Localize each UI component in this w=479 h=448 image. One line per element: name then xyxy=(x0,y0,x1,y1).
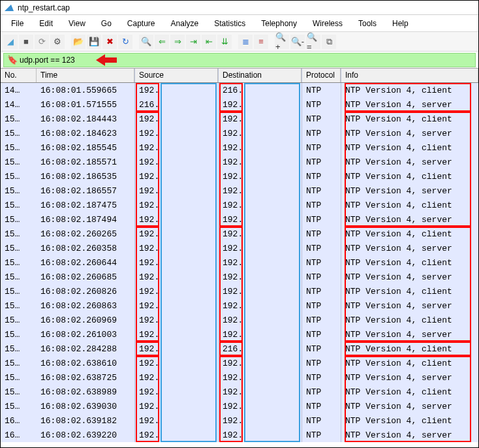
restart-icon[interactable]: ⟳ xyxy=(35,35,49,49)
first-icon[interactable]: ⇤ xyxy=(202,35,216,49)
cell-destination: 192. xyxy=(218,155,301,169)
find-icon[interactable]: 🔍 xyxy=(139,35,153,49)
cell-info: NTP Version 4, client xyxy=(341,284,478,298)
menu-telephony[interactable]: Telephony xyxy=(253,16,305,31)
table-row[interactable]: 16…16:08:02.639182192.192.NTPNTP Version… xyxy=(1,413,478,428)
back-icon[interactable]: ⇐ xyxy=(155,35,169,49)
zoom-out-icon[interactable]: 🔍- xyxy=(290,35,305,49)
cell-protocol: NTP xyxy=(301,227,341,241)
table-row[interactable]: 15…16:08:02.260265192.192.NTPNTP Version… xyxy=(1,227,478,241)
last-icon[interactable]: ⇊ xyxy=(217,35,232,49)
menu-statistics[interactable]: Statistics xyxy=(206,16,253,31)
col-hdr-source[interactable]: Source xyxy=(134,69,218,82)
table-row[interactable]: 15…16:08:02.186557192.192.NTPNTP Version… xyxy=(1,184,478,198)
cell-info: NTP Version 4, server xyxy=(341,298,478,313)
cell-no: 15… xyxy=(1,255,37,270)
cell-no: 15… xyxy=(1,212,37,227)
options-icon[interactable]: ⚙ xyxy=(50,35,65,49)
cell-time: 16:08:01.559665 xyxy=(37,83,134,97)
zoom-reset-icon[interactable]: 🔍= xyxy=(306,35,320,49)
table-row[interactable]: 15…16:08:02.186535192.192.NTPNTP Version… xyxy=(1,169,478,184)
cell-destination: 192. xyxy=(218,399,301,413)
cell-time: 16:08:02.638725 xyxy=(37,370,134,385)
cell-time: 16:08:02.186535 xyxy=(37,169,134,184)
cell-info: NTP Version 4, server xyxy=(341,370,478,385)
table-row[interactable]: 16…16:08:02.639220192.192.NTPNTP Version… xyxy=(1,428,478,442)
menu-help[interactable]: Help xyxy=(384,16,416,31)
resize-cols-icon[interactable]: ⧉ xyxy=(322,35,336,49)
menu-file[interactable]: File xyxy=(3,16,31,31)
cell-source: 192. xyxy=(134,356,218,370)
fwd-icon[interactable]: ⇒ xyxy=(170,35,185,49)
menu-edit[interactable]: Edit xyxy=(31,16,61,31)
menu-wireless[interactable]: Wireless xyxy=(305,16,350,31)
cell-source: 192. xyxy=(134,370,218,385)
goto-icon[interactable]: ⇥ xyxy=(186,35,200,49)
cell-source: 216. xyxy=(134,97,218,112)
table-row[interactable]: 15…16:08:02.639030192.192.NTPNTP Version… xyxy=(1,399,478,413)
auto-scroll-icon[interactable]: ≣ xyxy=(238,35,253,49)
table-row[interactable]: 15…16:08:02.638725192.192.NTPNTP Version… xyxy=(1,370,478,385)
menu-capture[interactable]: Capture xyxy=(119,16,163,31)
table-row[interactable]: 15…16:08:02.638989192.192.NTPNTP Version… xyxy=(1,385,478,399)
col-hdr-info[interactable]: Info xyxy=(341,69,478,82)
cell-protocol: NTP xyxy=(301,212,341,227)
cell-protocol: NTP xyxy=(301,399,341,413)
display-filter-input[interactable] xyxy=(3,53,476,67)
table-row[interactable]: 14…16:08:01.559665192.216.NTPNTP Version… xyxy=(1,83,478,97)
table-row[interactable]: 15…16:08:02.260863192.192.NTPNTP Version… xyxy=(1,298,478,313)
table-row[interactable]: 15…16:08:02.260969192.192.NTPNTP Version… xyxy=(1,313,478,327)
cell-no: 15… xyxy=(1,298,37,313)
stop-icon[interactable]: ■ xyxy=(19,35,33,49)
cell-info: NTP Version 4, server xyxy=(341,184,478,198)
table-row[interactable]: 15…16:08:02.260644192.192.NTPNTP Version… xyxy=(1,255,478,270)
table-row[interactable]: 15…16:08:02.638610192.192.NTPNTP Version… xyxy=(1,356,478,370)
table-row[interactable]: 14…16:08:01.571555216.192.NTPNTP Version… xyxy=(1,97,478,112)
table-row[interactable]: 15…16:08:02.260685192.192.NTPNTP Version… xyxy=(1,270,478,284)
table-row[interactable]: 15…16:08:02.185545192.192.NTPNTP Version… xyxy=(1,140,478,155)
menu-tools[interactable]: Tools xyxy=(350,16,384,31)
cell-protocol: NTP xyxy=(301,83,341,97)
cell-source: 192. xyxy=(134,342,218,356)
col-hdr-no[interactable]: No. xyxy=(1,69,37,82)
col-hdr-protocol[interactable]: Protocol xyxy=(301,69,341,82)
cell-info: NTP Version 4, server xyxy=(341,270,478,284)
cell-destination: 192. xyxy=(218,413,301,428)
cell-protocol: NTP xyxy=(301,284,341,298)
cell-no: 15… xyxy=(1,227,37,241)
cell-destination: 216. xyxy=(218,83,301,97)
open-icon[interactable]: 📂 xyxy=(71,35,85,49)
packet-list[interactable]: No. Time Source Destination Protocol Inf… xyxy=(1,69,478,447)
table-row[interactable]: 15…16:08:02.185571192.192.NTPNTP Version… xyxy=(1,155,478,169)
col-hdr-time[interactable]: Time xyxy=(37,69,134,82)
cell-destination: 192. xyxy=(218,126,301,140)
zoom-in-icon[interactable]: 🔍+ xyxy=(275,35,289,49)
cell-info: NTP Version 4, client xyxy=(341,255,478,270)
cell-time: 16:08:02.187475 xyxy=(37,198,134,212)
menu-view[interactable]: View xyxy=(61,16,93,31)
cell-time: 16:08:02.260826 xyxy=(37,284,134,298)
menu-go[interactable]: Go xyxy=(93,16,119,31)
cell-info: NTP Version 4, server xyxy=(341,155,478,169)
table-row[interactable]: 15…16:08:02.260826192.192.NTPNTP Version… xyxy=(1,284,478,298)
table-row[interactable]: 15…16:08:02.187475192.192.NTPNTP Version… xyxy=(1,198,478,212)
close-icon[interactable]: ✖ xyxy=(102,35,117,49)
cell-time: 16:08:02.185571 xyxy=(37,155,134,169)
cell-info: NTP Version 4, client xyxy=(341,140,478,155)
table-row[interactable]: 15…16:08:02.184623192.192.NTPNTP Version… xyxy=(1,126,478,140)
table-row[interactable]: 15…16:08:02.187494192.192.NTPNTP Version… xyxy=(1,212,478,227)
reload-icon[interactable]: ↻ xyxy=(118,35,132,49)
cell-source: 192. xyxy=(134,313,218,327)
cell-source: 192. xyxy=(134,126,218,140)
save-icon[interactable]: 💾 xyxy=(87,35,101,49)
cell-protocol: NTP xyxy=(301,198,341,212)
fin-icon[interactable]: ◢ xyxy=(3,35,18,49)
table-row[interactable]: 15…16:08:02.284288192.216.NTPNTP Version… xyxy=(1,342,478,356)
cell-no: 14… xyxy=(1,83,37,97)
table-row[interactable]: 15…16:08:02.261003192.192.NTPNTP Version… xyxy=(1,327,478,342)
table-row[interactable]: 15…16:08:02.184443192.192.NTPNTP Version… xyxy=(1,112,478,126)
table-row[interactable]: 15…16:08:02.260358192.192.NTPNTP Version… xyxy=(1,241,478,255)
menu-analyze[interactable]: Analyze xyxy=(163,16,207,31)
colorize-icon[interactable]: ≡ xyxy=(254,35,268,49)
col-hdr-destination[interactable]: Destination xyxy=(218,69,301,82)
